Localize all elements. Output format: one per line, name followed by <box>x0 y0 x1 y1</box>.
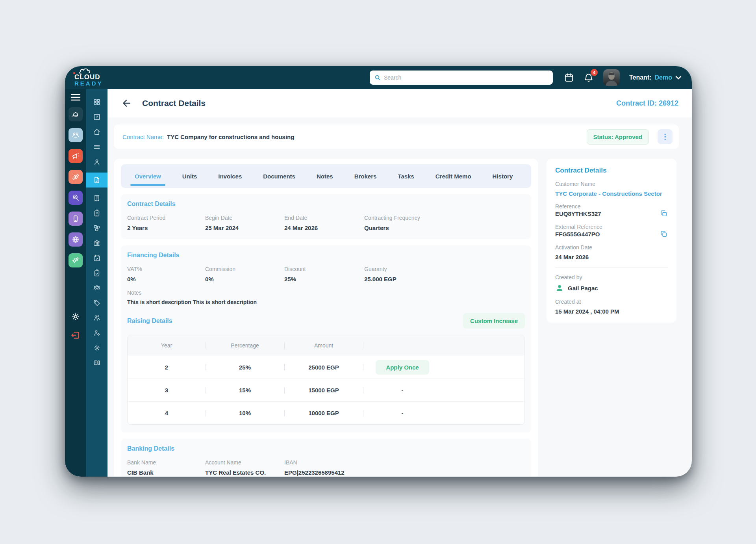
section-title: Banking Details <box>127 445 525 452</box>
section-financing-details: Financing Details VAT% 0% Commission 0% <box>121 245 531 433</box>
brand-logo: CLOUD READY <box>74 69 121 87</box>
users-icon[interactable] <box>93 314 101 322</box>
avatar-portrait <box>603 71 620 86</box>
bank-icon[interactable] <box>93 239 101 247</box>
field-discount: Discount 25% <box>284 266 364 282</box>
field-contract-period: Contract Period 2 Years <box>127 215 205 231</box>
team-group-icon[interactable] <box>93 284 101 292</box>
panel-title: Contract Details <box>555 167 668 175</box>
contracts-document-icon[interactable] <box>86 173 107 188</box>
customer-name-label: Customer Name <box>555 181 668 187</box>
field-bank-name: Bank Name CIB Bank <box>127 459 205 476</box>
apply-once-button[interactable]: Apply Once <box>376 360 429 375</box>
table-row: 3 15% 15000 EGP - <box>128 379 524 401</box>
property-search-icon[interactable] <box>69 191 83 205</box>
app-window: CLOUD READY 4 <box>65 66 692 477</box>
activation-date-label: Activation Date <box>555 244 668 251</box>
section-contract-details: Contract Details Contract Period 2 Years… <box>121 194 531 239</box>
tab-bar: Overview Units Invoices Documents Notes … <box>121 164 531 188</box>
gear-icon[interactable] <box>93 343 101 352</box>
status-badge: Status: Approved <box>587 129 649 145</box>
calendar-check-icon[interactable] <box>93 254 101 262</box>
page-title: Contract Details <box>142 98 206 108</box>
notification-badge: 4 <box>591 69 598 76</box>
tab-history[interactable]: History <box>482 164 524 188</box>
back-button[interactable] <box>122 98 132 108</box>
notifications-button[interactable]: 4 <box>584 72 594 83</box>
activation-date-value: 24 Mar 2026 <box>555 254 668 260</box>
table-header-row: Year Percentage Amount <box>128 335 524 356</box>
divider <box>555 267 668 268</box>
field-vat: VAT% 0% <box>127 266 205 282</box>
raising-title: Raising Details <box>127 317 172 325</box>
user-settings-icon[interactable] <box>93 329 101 337</box>
col-percentage: Percentage <box>206 342 284 349</box>
field-guaranty: Guaranty 25.000 EGP <box>364 266 525 282</box>
created-by-value: Gail Pagac <box>568 285 598 291</box>
tenant-value: Demo <box>655 74 672 81</box>
clipboard-check-icon[interactable] <box>93 269 101 277</box>
logout-icon[interactable] <box>70 330 81 340</box>
reference-label: Reference <box>555 203 668 210</box>
kiosk-layout-icon[interactable] <box>93 358 101 367</box>
tab-invoices[interactable]: Invoices <box>208 164 252 188</box>
more-actions-button[interactable]: ⋮ <box>658 129 673 144</box>
tab-brokers[interactable]: Brokers <box>344 164 387 188</box>
receipt-icon[interactable] <box>93 194 101 202</box>
field-account-name: Account Name TYC Real Estates CO. <box>205 459 284 476</box>
finance-dollar-icon[interactable] <box>69 170 83 184</box>
search-bar[interactable] <box>370 71 553 85</box>
tenant-label: Tenant: <box>629 74 652 81</box>
search-input[interactable] <box>384 74 548 81</box>
contract-name-label: Contract Name: <box>122 134 164 140</box>
automation-gears-icon[interactable] <box>69 253 83 267</box>
page-header: Contract Details Contract ID: 26912 <box>107 89 692 117</box>
notes-label: Notes <box>127 290 525 296</box>
user-avatar[interactable] <box>603 69 620 86</box>
tenant-switcher[interactable]: Tenant: Demo <box>629 74 682 81</box>
clipboard-icon[interactable] <box>93 209 101 217</box>
section-title: Contract Details <box>127 201 525 208</box>
custom-increase-button[interactable]: Custom Increase <box>463 313 525 329</box>
field-commission: Commission 0% <box>205 266 284 282</box>
external-reference-value: FFG555G447PO <box>555 231 600 238</box>
raising-table: Year Percentage Amount 2 25% <box>127 335 525 425</box>
customer-name-link[interactable]: TYC Corporate - Constructions Sector <box>555 190 668 197</box>
list-icon[interactable] <box>93 143 101 151</box>
globe-icon[interactable] <box>69 232 83 247</box>
person-icon[interactable] <box>93 158 101 166</box>
tag-icon[interactable] <box>93 299 101 307</box>
col-amount: Amount <box>284 342 363 349</box>
tab-credit-memo[interactable]: Credit Memo <box>425 164 482 188</box>
calendar-button[interactable] <box>564 72 574 83</box>
scroll-area: Contract Name: TYC Company for construct… <box>107 117 692 477</box>
notes-value: This is short description This is short … <box>127 299 525 305</box>
section-title: Financing Details <box>127 252 525 259</box>
modules-icon[interactable] <box>93 224 101 232</box>
mobile-icon[interactable] <box>69 212 83 226</box>
tab-documents[interactable]: Documents <box>252 164 306 188</box>
person-avatar-icon <box>555 284 564 292</box>
dashboard-grid-icon[interactable] <box>93 98 101 106</box>
tab-notes[interactable]: Notes <box>306 164 344 188</box>
app-switcher-rail <box>65 89 86 477</box>
home-icon[interactable] <box>93 128 101 136</box>
raising-details-header: Raising Details Custom Increase <box>127 313 525 329</box>
contract-summary-panel: Contract Details Customer Name TYC Corpo… <box>547 159 676 323</box>
copy-external-reference-button[interactable] <box>660 230 668 238</box>
tab-overview[interactable]: Overview <box>124 164 172 188</box>
copy-reference-button[interactable] <box>660 210 668 217</box>
brand-line2: READY <box>74 80 103 87</box>
table-row: 4 10% 10000 EGP - <box>128 401 524 424</box>
settings-icon[interactable] <box>71 312 80 321</box>
field-iban: IBAN EPG|25223265895412 <box>284 459 525 476</box>
marketing-megaphone-icon[interactable] <box>69 149 83 163</box>
kanban-icon[interactable] <box>93 113 101 121</box>
house-hand-icon[interactable] <box>69 107 83 121</box>
tab-units[interactable]: Units <box>172 164 208 188</box>
contract-name-value: TYC Company for constructions and housin… <box>167 134 294 140</box>
team-icon[interactable] <box>69 128 83 142</box>
hamburger-menu-icon[interactable] <box>70 94 81 101</box>
tab-tasks[interactable]: Tasks <box>387 164 424 188</box>
field-end-date: End Date 24 Mar 2026 <box>284 215 364 231</box>
